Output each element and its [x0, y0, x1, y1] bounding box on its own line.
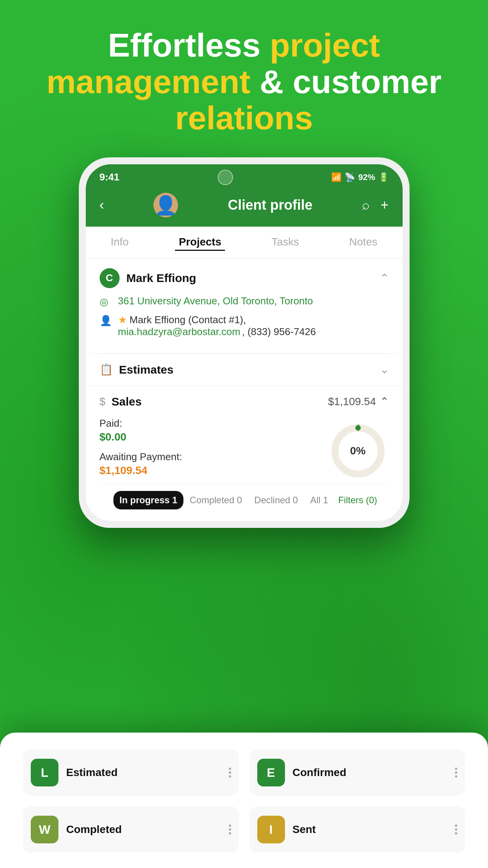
sales-section: $ Sales $1,109.54 ⌃ Paid: $0.00	[86, 386, 403, 521]
svg-point-2	[355, 425, 361, 431]
sales-content: Paid: $0.00 Awaiting Payment: $1,109.54	[100, 417, 389, 484]
phone-mockup: 9:41 📶 📡 92% 🔋 ‹ Client profile ⌕ +	[79, 157, 410, 528]
tab-bar: Info Projects Tasks Notes	[86, 227, 403, 259]
tab-notes[interactable]: Notes	[345, 234, 381, 251]
sales-amount: $1,109.54	[328, 396, 376, 408]
badge-completed: W	[31, 816, 58, 843]
paid-value: $0.00	[100, 431, 327, 443]
paid-label: Paid:	[100, 417, 327, 429]
estimates-title: Estimates	[119, 363, 174, 376]
app-header: ‹ Client profile ⌕ +	[86, 189, 403, 227]
hero-relations: relations	[175, 99, 313, 136]
address-row: ◎ 361 University Avenue, Old Toronto, To…	[100, 295, 389, 308]
status-bar: 9:41 📶 📡 92% 🔋	[86, 164, 403, 189]
card-estimated: L Estimated	[23, 749, 239, 796]
clipboard-icon: 📋	[100, 363, 113, 376]
chevron-up-icon[interactable]: ⌃	[380, 272, 389, 284]
hero-effortless: Effortless	[108, 27, 261, 63]
status-cards-grid: L Estimated E Confirmed W Completed	[23, 749, 465, 853]
filters-link[interactable]: Filters (0)	[334, 491, 377, 509]
chevron-down-icon[interactable]: ⌄	[380, 363, 389, 376]
estimates-section: 📋 Estimates ⌄	[86, 354, 403, 386]
filter-inprogress[interactable]: In progress 1	[113, 491, 184, 509]
sales-title: Sales	[112, 395, 142, 408]
header-title: Client profile	[228, 197, 312, 213]
back-button[interactable]: ‹	[100, 197, 104, 213]
client-name: Mark Effiong	[127, 272, 197, 285]
dynamic-island	[218, 170, 233, 185]
wifi-icon: 📶	[331, 172, 341, 182]
hero-management: management	[47, 63, 251, 100]
star-icon: ★	[118, 314, 130, 326]
battery-label: 92%	[358, 172, 375, 182]
badge-sent: I	[257, 816, 285, 843]
search-icon[interactable]: ⌕	[362, 197, 370, 212]
label-sent: Sent	[293, 823, 448, 836]
badge-confirmed: E	[257, 759, 285, 786]
filter-declined[interactable]: Declined 0	[248, 491, 304, 509]
awaiting-value: $1,109.54	[100, 464, 327, 477]
card-confirmed: E Confirmed	[250, 749, 465, 796]
add-icon[interactable]: +	[380, 197, 388, 213]
label-completed: Completed	[66, 823, 221, 836]
card-sent: I Sent	[250, 806, 465, 853]
signal-icon: 📡	[345, 172, 355, 182]
dollar-icon: $	[100, 396, 106, 408]
awaiting-label: Awaiting Payment:	[100, 451, 327, 463]
client-section: C Mark Effiong ⌃ ◎ 361 University Avenue…	[86, 259, 403, 354]
status-icons: 📶 📡 92% 🔋	[331, 172, 388, 182]
battery-icon: 🔋	[378, 172, 389, 182]
tab-info[interactable]: Info	[107, 234, 133, 251]
contact-name: Mark Effiong (Contact #1),	[130, 314, 246, 326]
client-avatar: C	[100, 268, 120, 288]
location-icon: ◎	[100, 296, 112, 308]
address-text: 361 University Avenue, Old Toronto, Toro…	[118, 295, 313, 307]
menu-sent[interactable]	[455, 825, 457, 835]
contact-row: 👤 ★ Mark Effiong (Contact #1), mia.hadzy…	[100, 314, 389, 338]
contact-phone: , (833) 956-7426	[242, 326, 316, 337]
chart-percent: 0%	[350, 445, 365, 457]
awaiting-row: Awaiting Payment: $1,109.54	[100, 451, 327, 477]
tab-tasks[interactable]: Tasks	[268, 234, 303, 251]
card-completed: W Completed	[23, 806, 239, 853]
hero-and-customer: & customer	[260, 63, 441, 100]
label-confirmed: Confirmed	[293, 766, 448, 779]
filter-tabs: In progress 1 Completed 0 Declined 0 All…	[100, 484, 389, 509]
bottom-panel: L Estimated E Confirmed W Completed	[0, 733, 488, 868]
contact-email[interactable]: mia.hadzyra@arbostar.com	[118, 326, 240, 337]
paid-row: Paid: $0.00	[100, 417, 327, 443]
header-icons: ⌕ +	[362, 197, 388, 213]
label-estimated: Estimated	[66, 766, 221, 779]
badge-estimated: L	[31, 759, 58, 786]
status-time: 9:41	[100, 171, 120, 183]
sales-chevron-up[interactable]: ⌃	[380, 395, 389, 408]
menu-confirmed[interactable]	[455, 768, 457, 778]
avatar	[153, 193, 178, 217]
filter-all[interactable]: All 1	[304, 491, 335, 509]
donut-chart: 0%	[327, 420, 389, 482]
hero-project: project	[270, 27, 380, 63]
tab-projects[interactable]: Projects	[175, 234, 225, 251]
menu-completed[interactable]	[229, 825, 231, 835]
filter-completed[interactable]: Completed 0	[183, 491, 248, 509]
person-icon: 👤	[100, 315, 112, 327]
menu-estimated[interactable]	[229, 768, 231, 778]
